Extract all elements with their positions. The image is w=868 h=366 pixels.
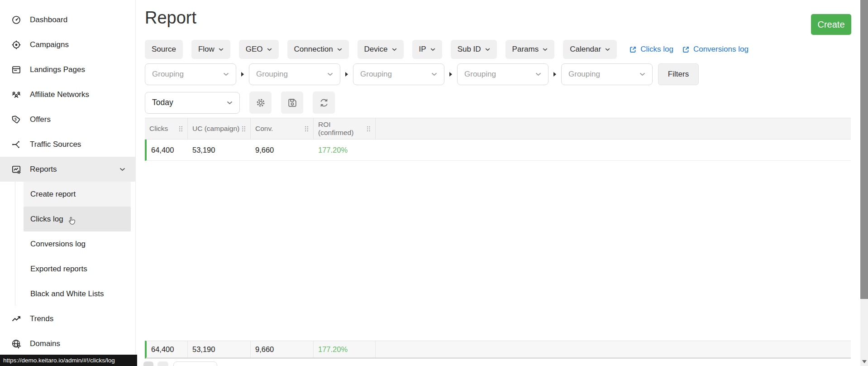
table-totals-row: 64,400 53,190 9,660 177.20% xyxy=(145,341,851,359)
chevron-down-icon xyxy=(543,48,548,51)
sidebar-item-traffic-sources[interactable]: Traffic Sources xyxy=(0,132,135,157)
filter-chip-calendar[interactable]: Calendar xyxy=(563,40,617,59)
column-header-roi-confirmed[interactable]: ROI (confirmed) xyxy=(314,118,376,139)
refresh-button[interactable] xyxy=(313,92,335,114)
sidebar-item-dashboard[interactable]: Dashboard xyxy=(0,7,135,32)
grouping-select-2[interactable]: Grouping xyxy=(249,63,340,85)
sidebar-item-label: Landings Pages xyxy=(30,65,85,74)
main-content: Report Create Source Flow GEO Connection… xyxy=(136,0,860,366)
chip-label: Flow xyxy=(198,45,215,54)
table-header-row: Clicks UC (campaign) Conv. xyxy=(145,118,851,140)
column-label: Conv. xyxy=(255,125,273,133)
table-row[interactable]: 64,400 53,190 9,660 177.20% xyxy=(145,140,851,161)
sidebar-item-label: Campaigns xyxy=(30,40,69,49)
filter-chip-device[interactable]: Device xyxy=(358,40,404,59)
filter-chip-sub-id[interactable]: Sub ID xyxy=(451,40,497,59)
sidebar: Dashboard Campaigns Landings Pages Affil… xyxy=(0,0,136,366)
sidebar-item-create-report[interactable]: Create report xyxy=(24,182,131,207)
sidebar-item-label: Reports xyxy=(30,165,57,174)
column-label: Clicks xyxy=(149,125,168,133)
sidebar-subitem-label: Exported reports xyxy=(30,265,87,274)
cell-uc-campaign: 53,190 xyxy=(188,146,251,154)
sidebar-item-label: Dashboard xyxy=(30,15,67,24)
scrollbar-down-arrow-icon[interactable] xyxy=(862,360,867,363)
filter-chip-connection[interactable]: Connection xyxy=(287,40,349,59)
total-roi-confirmed: 177.20% xyxy=(314,341,376,357)
caret-right-icon xyxy=(553,72,556,77)
caret-right-icon xyxy=(345,72,348,77)
grouping-row: Grouping Grouping Grouping Grouping Grou… xyxy=(145,63,699,85)
chevron-down-icon xyxy=(327,72,333,76)
chevron-down-icon xyxy=(223,72,229,76)
sidebar-item-label: Trends xyxy=(30,314,53,323)
cursor-pointer-icon xyxy=(67,216,76,226)
page-title: Report xyxy=(145,8,196,28)
grouping-placeholder: Grouping xyxy=(464,70,496,79)
column-header-uc-campaign[interactable]: UC (campaign) xyxy=(188,118,251,139)
grouping-select-4[interactable]: Grouping xyxy=(457,63,548,85)
grouping-placeholder: Grouping xyxy=(256,70,288,79)
filter-chip-ip[interactable]: IP xyxy=(412,40,442,59)
pagination-button[interactable] xyxy=(157,361,168,366)
external-link-icon xyxy=(629,46,637,53)
vertical-scrollbar[interactable] xyxy=(860,0,868,366)
sidebar-item-trends[interactable]: Trends xyxy=(0,306,135,331)
drag-handle-icon[interactable] xyxy=(179,126,183,132)
column-header-conv[interactable]: Conv. xyxy=(251,118,314,139)
total-filler xyxy=(376,341,851,357)
chip-label: Device xyxy=(364,45,388,54)
filter-chip-params[interactable]: Params xyxy=(506,40,555,59)
sidebar-item-affiliate-networks[interactable]: Affiliate Networks xyxy=(0,82,135,107)
sidebar-item-reports[interactable]: Reports xyxy=(0,157,135,182)
date-range-select[interactable]: Today xyxy=(145,92,240,114)
sidebar-subitem-label: Create report xyxy=(30,190,76,199)
sidebar-subitem-label: Clicks log xyxy=(30,215,63,224)
chevron-down-icon xyxy=(337,48,342,51)
sidebar-item-conversions-log[interactable]: Conversions log xyxy=(24,231,131,256)
grouping-select-3[interactable]: Grouping xyxy=(353,63,444,85)
filter-chip-flow[interactable]: Flow xyxy=(191,40,230,59)
link-label: Conversions log xyxy=(693,45,749,54)
report-table: Clicks UC (campaign) Conv. xyxy=(145,118,851,161)
create-button[interactable]: Create xyxy=(811,14,851,35)
sidebar-item-exported-reports[interactable]: Exported reports xyxy=(24,256,131,281)
price-tag-icon: $ xyxy=(11,115,21,125)
sidebar-item-campaigns[interactable]: Campaigns xyxy=(0,32,135,57)
per-page-select[interactable] xyxy=(173,361,217,366)
save-icon xyxy=(287,97,298,108)
drag-handle-icon[interactable] xyxy=(305,126,309,132)
chevron-down-icon xyxy=(639,72,645,76)
save-report-button[interactable] xyxy=(281,92,303,114)
grouping-placeholder: Grouping xyxy=(360,70,392,79)
drag-handle-icon[interactable] xyxy=(242,126,246,132)
sidebar-item-offers[interactable]: $ Offers xyxy=(0,107,135,132)
pages-icon xyxy=(11,65,21,75)
pagination-button[interactable] xyxy=(143,361,153,366)
sidebar-item-clicks-log[interactable]: Clicks log xyxy=(24,207,131,231)
sidebar-item-landings-pages[interactable]: Landings Pages xyxy=(0,57,135,82)
chevron-down-icon xyxy=(605,48,610,51)
report-chart-icon xyxy=(11,164,21,174)
people-icon xyxy=(11,90,21,100)
sidebar-item-label: Offers xyxy=(30,115,51,124)
filter-chip-source[interactable]: Source xyxy=(145,40,183,59)
grouping-select-1[interactable]: Grouping xyxy=(145,63,236,85)
cell-conv: 9,660 xyxy=(251,146,314,154)
grouping-placeholder: Grouping xyxy=(568,70,600,79)
globe-cursor-icon xyxy=(11,339,21,349)
clicks-log-link[interactable]: Clicks log xyxy=(629,45,673,54)
conversions-log-link[interactable]: Conversions log xyxy=(682,45,749,54)
grouping-select-5[interactable]: Grouping xyxy=(561,63,653,85)
trending-up-icon xyxy=(11,314,21,324)
column-header-clicks[interactable]: Clicks xyxy=(145,118,188,139)
svg-text:$: $ xyxy=(14,116,17,121)
filters-button[interactable]: Filters xyxy=(658,63,699,85)
chevron-down-icon xyxy=(219,48,224,51)
sidebar-item-domains[interactable]: Domains xyxy=(0,331,135,356)
chip-label: Sub ID xyxy=(458,45,481,54)
scrollbar-thumb[interactable] xyxy=(860,0,868,299)
filter-chip-geo[interactable]: GEO xyxy=(239,40,279,59)
report-settings-button[interactable] xyxy=(249,92,272,114)
drag-handle-icon[interactable] xyxy=(367,126,371,132)
sidebar-item-black-white-lists[interactable]: Black and White Lists xyxy=(24,281,131,306)
